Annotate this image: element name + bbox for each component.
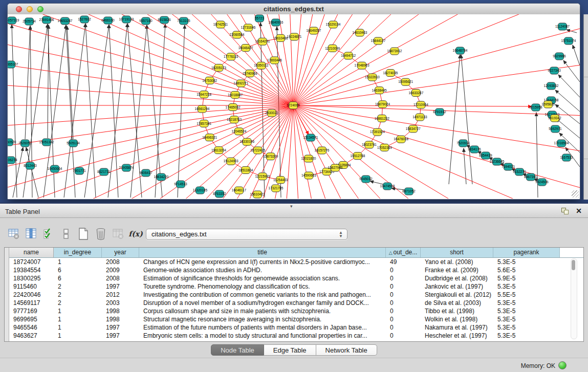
column-header-short[interactable]: short <box>421 248 493 257</box>
graph-node[interactable]: 14638445 <box>372 87 387 94</box>
graph-node[interactable]: 17893446 <box>267 57 282 64</box>
graph-node[interactable]: 16648784 <box>453 47 468 54</box>
graph-node[interactable]: 18511804 <box>238 166 253 173</box>
graph-node[interactable]: 2530021 <box>265 110 278 117</box>
graph-node[interactable]: 5692971 <box>549 125 562 133</box>
table-row[interactable]: 1456911722003Disruption of a novel membe… <box>9 299 583 307</box>
graph-node[interactable]: 16046427 <box>238 45 253 52</box>
tab-edge-table[interactable]: Edge Table <box>264 344 316 356</box>
table-row[interactable]: 2242004622012Investigating the contribut… <box>9 291 583 299</box>
select-all-icon[interactable] <box>42 227 55 240</box>
graph-node[interactable]: 15218763 <box>227 116 242 123</box>
graph-node[interactable]: 15057319 <box>8 17 19 24</box>
graph-node[interactable]: 14610463 <box>353 29 367 36</box>
graph-node[interactable]: 17016504 <box>554 140 569 147</box>
show-columns-icon[interactable] <box>25 227 38 240</box>
graph-node[interactable]: 11124087 <box>555 23 570 30</box>
graph-node[interactable]: 10719133 <box>119 16 134 23</box>
graph-node[interactable]: 21905874 <box>119 164 134 171</box>
graph-node[interactable]: 16633287 <box>408 90 423 97</box>
graph-node[interactable]: 17048963 <box>355 62 369 69</box>
table-select-dropdown[interactable]: citations_edges.txt ▲▼ <box>146 229 347 240</box>
graph-node[interactable]: 18330196 <box>239 138 254 145</box>
graph-node[interactable]: 16350112 <box>254 62 269 69</box>
table-row[interactable]: 1830029562008Estimation of significance … <box>9 274 583 282</box>
graph-node[interactable]: 10861232 <box>375 115 389 122</box>
table-row[interactable]: 946554611997Estimation of the future num… <box>9 323 583 332</box>
graph-node[interactable]: 8621731 <box>97 168 111 176</box>
graph-node[interactable]: 7901771 <box>73 167 86 174</box>
graph-node[interactable]: 15051342 <box>39 139 54 146</box>
graph-node[interactable]: 15610423 <box>250 191 265 198</box>
column-header-pagerank[interactable]: pagerank <box>493 248 560 257</box>
close-panel-icon[interactable]: ✕ <box>576 207 582 215</box>
graph-node[interactable]: 19613204 <box>211 147 226 154</box>
create-table-icon[interactable] <box>77 227 90 240</box>
window-titlebar[interactable]: citations_edges.txt <box>8 4 580 15</box>
column-header-name[interactable]: name <box>9 248 54 257</box>
panel-divider-handle[interactable]: ▾ <box>290 204 293 209</box>
graph-node[interactable]: 15329134 <box>326 21 341 28</box>
table-row[interactable]: 969969511998Structural magnetic resonanc… <box>9 315 583 323</box>
graph-node[interactable]: 15322610 <box>365 74 380 81</box>
graph-node[interactable]: 12021820 <box>301 155 316 162</box>
column-header-in_degree[interactable]: in_degree <box>54 248 102 257</box>
graph-node[interactable]: 16873912 <box>387 48 402 55</box>
graph-node[interactable]: 2526052 <box>18 140 32 147</box>
graph-node[interactable]: 8215958 <box>529 104 542 111</box>
graph-node[interactable]: 16018847 <box>228 91 243 98</box>
table-row[interactable]: 1938455462009Genome-wide association stu… <box>9 266 583 274</box>
graph-node[interactable]: 15751074 <box>561 37 576 45</box>
graph-node[interactable]: 16157276 <box>315 147 330 154</box>
graph-node[interactable]: 12215993 <box>255 173 270 180</box>
graph-node[interactable]: 10450664 <box>48 165 62 172</box>
graph-node[interactable]: 12093832 <box>544 82 559 90</box>
graph-node[interactable]: 8763352 <box>213 190 226 198</box>
table-row[interactable]: 946362711997Embryonic stem cells: a mode… <box>9 332 583 340</box>
graph-node[interactable]: 12731646 <box>241 24 256 31</box>
float-panel-icon[interactable] <box>561 208 569 214</box>
graph-node[interactable]: 11254403 <box>273 177 288 184</box>
column-header-out_de[interactable]: △out_de... <box>386 248 421 257</box>
graph-node[interactable]: 9406417 <box>139 169 153 177</box>
graph-node[interactable]: 7513105 <box>177 17 190 25</box>
table-mode-icon[interactable] <box>7 227 20 240</box>
unselect-rows-icon[interactable] <box>59 227 73 240</box>
window-resize-grip[interactable] <box>572 190 579 198</box>
table-row[interactable]: 977716911998Corpus callosum shape and si… <box>9 307 583 315</box>
graph-node[interactable]: 9245012 <box>359 176 373 183</box>
table-row[interactable]: 1872400712008Changes of HCN gene express… <box>9 258 583 266</box>
graph-node[interactable]: 17857341 <box>197 120 211 127</box>
graph-node[interactable]: 14590663 <box>301 172 316 179</box>
graph-node[interactable]: 9357160 <box>139 17 153 25</box>
graph-node[interactable]: 14892271 <box>233 80 248 87</box>
graph-node[interactable]: 18205173 <box>211 64 226 71</box>
table-scrollbar[interactable] <box>571 258 577 339</box>
graph-node[interactable]: 1527602 <box>78 16 91 23</box>
graph-node[interactable]: 8871052 <box>402 188 416 195</box>
network-view-window[interactable]: citations_edges.txt 11254403122159931851… <box>7 3 580 200</box>
graph-node[interactable]: 16879024 <box>375 101 390 108</box>
network-graph[interactable]: 1125440312215993185118041512490319613204… <box>8 14 580 199</box>
graph-node[interactable]: 18274035 <box>383 70 398 77</box>
graph-node[interactable]: 16046117 <box>232 187 247 194</box>
graph-node[interactable]: 14971133 <box>412 114 427 121</box>
graph-node[interactable]: 18742511 <box>213 21 228 28</box>
graph-node[interactable]: 10474518 <box>380 183 395 190</box>
graph-node[interactable]: 8915826 <box>158 16 171 24</box>
tab-network-table[interactable]: Network Table <box>316 344 377 356</box>
graph-node[interactable]: 17321705 <box>269 185 284 192</box>
tab-node-table[interactable]: Node Table <box>211 344 264 356</box>
graph-node[interactable]: 15844127 <box>371 37 386 45</box>
graph-node[interactable]: 55723 <box>255 15 264 22</box>
delete-table-icon[interactable] <box>94 227 107 240</box>
graph-node[interactable]: 15134571 <box>303 134 318 141</box>
graph-node[interactable]: 15095621 <box>398 78 413 85</box>
function-builder-icon[interactable]: f(x) <box>129 227 142 240</box>
graph-node[interactable]: 18164291 <box>255 38 270 45</box>
graph-node[interactable]: 15834727 <box>406 125 421 133</box>
graph-node[interactable]: 20365107 <box>8 61 18 68</box>
graph-node[interactable]: 5505134 <box>67 140 80 147</box>
memory-indicator-icon[interactable] <box>558 361 567 369</box>
graph-node[interactable]: 6791912 <box>433 108 446 116</box>
